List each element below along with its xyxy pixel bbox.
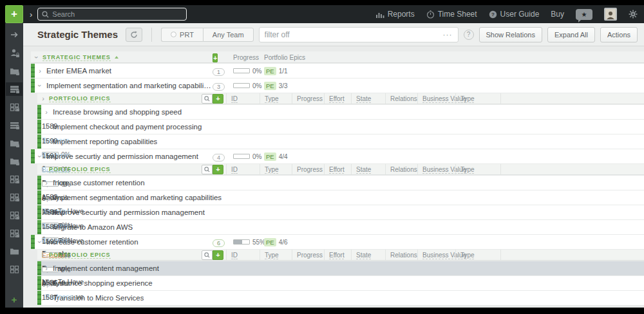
- folder-lock-icon[interactable]: [6, 136, 23, 150]
- arrow-right-icon[interactable]: [6, 28, 23, 42]
- chevron-right-icon[interactable]: ›: [43, 208, 50, 216]
- epic-search-button[interactable]: [202, 165, 213, 174]
- reports-link[interactable]: Reports: [376, 10, 415, 19]
- grid-icon[interactable]: [6, 263, 23, 276]
- column-header-effort[interactable]: Effort: [325, 252, 345, 259]
- portfolio-epics-label[interactable]: PORTFOLIO EPICS: [49, 166, 111, 173]
- chevron-right-icon[interactable]: ›: [43, 279, 50, 287]
- column-header-effort[interactable]: Effort: [325, 95, 345, 102]
- add-epic-button[interactable]: +: [213, 165, 223, 174]
- column-header-id[interactable]: ID: [227, 95, 238, 102]
- column-header-portfolio-epics[interactable]: Portfolio Epics: [260, 54, 644, 61]
- filter-input[interactable]: [265, 30, 443, 39]
- grid-lock-icon[interactable]: [6, 100, 23, 114]
- theme-row[interactable]: ›Implement segmentation and marketing ca…: [31, 78, 644, 93]
- theme-row[interactable]: ›Improve securtiy and permission managem…: [31, 149, 644, 163]
- epic-row[interactable]: ›Implement content management1586Busines…: [37, 261, 644, 275]
- column-header-type[interactable]: Type: [456, 166, 475, 173]
- column-header-id[interactable]: ID: [227, 166, 238, 173]
- epic-row[interactable]: ›Migrate to Amazon AWS1595Enabler0%0ptAn…: [37, 220, 644, 234]
- column-header-progress[interactable]: Progress: [292, 252, 323, 259]
- epic-row[interactable]: ›Improve securtiy and permission managem…: [37, 205, 644, 219]
- chevron-right-icon[interactable]: ›: [43, 179, 50, 187]
- column-header-state[interactable]: State: [352, 166, 371, 173]
- settings-gear-icon[interactable]: [629, 10, 638, 19]
- time-sheet-link[interactable]: Time Sheet: [426, 10, 477, 19]
- chevron-right-icon[interactable]: ›: [30, 10, 32, 19]
- prt-toggle[interactable]: PRT: [161, 28, 203, 42]
- folder-lock-icon[interactable]: [6, 64, 23, 78]
- epic-row[interactable]: ›Increase browsing and shopping speed158…: [37, 105, 644, 119]
- filter-input-field[interactable]: ···: [259, 27, 459, 42]
- epic-row[interactable]: ›Increase customer retention1583Business…: [37, 176, 644, 190]
- epic-search-button[interactable]: [202, 94, 213, 104]
- chevron-right-icon[interactable]: ›: [43, 108, 50, 116]
- column-header-progress[interactable]: Progress: [292, 95, 323, 102]
- user-guide-link[interactable]: ? User Guide: [489, 10, 540, 19]
- portfolio-epics-label[interactable]: PORTFOLIO EPICS: [49, 252, 111, 259]
- theme-row[interactable]: ›Enter EMEA market10%PE1/1: [31, 64, 644, 78]
- theme-row[interactable]: ›Increase customer retention655%PE4/6: [31, 235, 644, 249]
- chevron-right-icon[interactable]: ›: [40, 95, 46, 102]
- refresh-button[interactable]: [126, 28, 142, 42]
- column-header-progress[interactable]: Progress: [229, 54, 260, 61]
- column-header-type[interactable]: Type: [456, 95, 475, 102]
- portfolio-epics-label[interactable]: PORTFOLIO EPICS: [49, 95, 111, 102]
- chevron-right-icon[interactable]: ›: [43, 138, 50, 145]
- column-header-type[interactable]: Type: [456, 252, 475, 259]
- chevron-down-icon[interactable]: ›: [36, 239, 44, 245]
- column-header-relations[interactable]: Relations: [386, 252, 417, 259]
- chevron-right-icon[interactable]: ›: [43, 264, 50, 272]
- chevron-down-icon[interactable]: ›: [33, 54, 41, 60]
- column-header-id[interactable]: ID: [227, 252, 238, 259]
- filter-more-button[interactable]: ···: [443, 30, 453, 39]
- plus-icon[interactable]: +: [6, 293, 23, 306]
- show-relations-button[interactable]: Show Relations: [479, 27, 542, 42]
- column-header-progress[interactable]: Progress: [292, 166, 323, 173]
- column-header-state[interactable]: State: [352, 252, 371, 259]
- chevron-right-icon[interactable]: ›: [43, 194, 50, 201]
- list-lock-icon[interactable]: [6, 118, 23, 132]
- chevron-right-icon[interactable]: ›: [43, 223, 50, 231]
- actions-button[interactable]: Actions: [600, 27, 638, 42]
- column-header-relations[interactable]: Relations: [386, 166, 417, 173]
- folder-icon[interactable]: [6, 245, 23, 258]
- grid-lock-icon[interactable]: [6, 190, 23, 204]
- chevron-down-icon[interactable]: ›: [36, 153, 44, 160]
- any-team-button[interactable]: Any Team: [203, 28, 254, 42]
- global-add-button[interactable]: +: [5, 5, 23, 23]
- column-header-effort[interactable]: Effort: [325, 166, 345, 173]
- epic-row[interactable]: ›Implement segmentation and marketing ca…: [37, 190, 644, 205]
- chevron-right-icon[interactable]: ›: [40, 165, 46, 173]
- chevron-down-icon[interactable]: ›: [36, 82, 44, 89]
- chevron-right-icon[interactable]: ›: [37, 67, 43, 75]
- strategic-themes-label[interactable]: STRATEGIC THEMES: [43, 54, 111, 61]
- epic-row[interactable]: ›Enhance shopping experience1587Business…: [37, 276, 644, 290]
- chevron-right-icon[interactable]: ›: [43, 123, 50, 131]
- epic-row[interactable]: ›Implement checkout and payment processi…: [37, 120, 644, 134]
- expand-all-button[interactable]: Expand All: [547, 27, 595, 42]
- user-avatar[interactable]: [604, 8, 617, 21]
- epic-row[interactable]: ›Implement reporting capabilities1591Bus…: [37, 134, 644, 149]
- user-lock-icon[interactable]: [6, 46, 23, 60]
- buy-link[interactable]: Buy: [551, 10, 564, 19]
- epic-row[interactable]: ›Transition to Micro Services1588Enabler…: [37, 291, 644, 305]
- column-header-type[interactable]: Type: [260, 95, 279, 102]
- filter-help-button[interactable]: ?: [464, 30, 474, 40]
- column-header-type[interactable]: Type: [260, 252, 279, 259]
- add-theme-button[interactable]: +: [213, 53, 218, 62]
- chevron-right-icon[interactable]: ›: [43, 294, 50, 302]
- search-input[interactable]: [52, 10, 182, 18]
- column-header-state[interactable]: State: [352, 95, 371, 102]
- global-search[interactable]: [37, 8, 187, 21]
- epic-search-button[interactable]: [202, 250, 213, 260]
- column-header-type[interactable]: Type: [260, 166, 279, 173]
- grid-lock-icon[interactable]: [6, 208, 23, 222]
- board-lock-icon[interactable]: [6, 82, 23, 96]
- grid-lock-icon[interactable]: [6, 226, 23, 240]
- folder-lock-icon[interactable]: [6, 154, 23, 168]
- column-header-relations[interactable]: Relations: [386, 95, 417, 102]
- grid-lock-icon[interactable]: [6, 172, 23, 186]
- add-epic-button[interactable]: +: [213, 94, 223, 104]
- add-epic-button[interactable]: +: [213, 250, 223, 260]
